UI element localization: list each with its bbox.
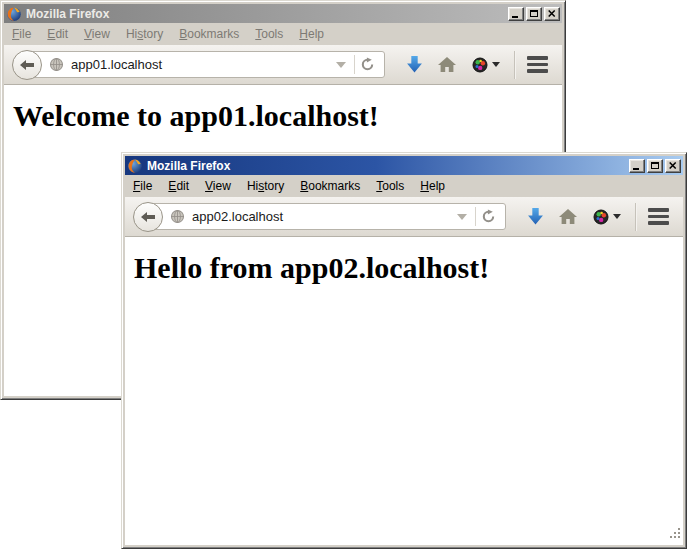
window-title: Mozilla Firefox	[26, 7, 508, 21]
page-heading: Hello from app02.localhost!	[134, 251, 683, 285]
firefox-window-app02: Mozilla Firefox File Edit View History B…	[121, 152, 687, 549]
addon-dropdown-caret	[613, 214, 621, 219]
menu-tools[interactable]: Tools	[369, 177, 411, 195]
menu-bookmarks[interactable]: Bookmarks	[172, 25, 246, 43]
maximize-icon	[530, 10, 538, 17]
menu-file[interactable]: File	[5, 25, 38, 43]
navigation-toolbar: app01.localhost	[4, 45, 562, 85]
toolbar-separator	[635, 203, 636, 231]
titlebar[interactable]: Mozilla Firefox	[125, 156, 683, 175]
window-title: Mozilla Firefox	[147, 159, 629, 173]
home-icon[interactable]	[559, 209, 577, 224]
app-menu-button[interactable]	[523, 54, 552, 75]
menu-history[interactable]: History	[119, 25, 170, 43]
page-viewport: Hello from app02.localhost!	[125, 237, 683, 545]
url-text[interactable]: app02.localhost	[192, 209, 453, 224]
toolbar-separator	[514, 51, 515, 79]
url-dropdown-icon[interactable]	[457, 214, 467, 220]
back-arrow-icon	[140, 211, 156, 223]
back-button[interactable]	[12, 50, 42, 80]
maximize-button[interactable]	[526, 7, 542, 21]
minimize-icon	[512, 16, 518, 18]
site-identity-globe-icon[interactable]	[170, 209, 185, 224]
menu-bar: File Edit View History Bookmarks Tools H…	[4, 23, 562, 45]
back-arrow-icon	[19, 59, 35, 71]
reload-icon[interactable]	[355, 57, 380, 72]
url-bar[interactable]: app02.localhost	[149, 203, 506, 230]
reload-icon[interactable]	[476, 209, 501, 224]
navigation-toolbar: app02.localhost	[125, 197, 683, 237]
menu-view[interactable]: View	[77, 25, 117, 43]
minimize-button[interactable]	[629, 159, 645, 173]
addon-color-wheel-icon[interactable]	[472, 57, 500, 73]
app-menu-button[interactable]	[644, 206, 673, 227]
maximize-icon	[651, 162, 659, 169]
firefox-icon[interactable]	[127, 158, 143, 174]
site-identity-globe-icon[interactable]	[49, 57, 64, 72]
addon-dropdown-caret	[492, 62, 500, 67]
close-icon	[548, 10, 556, 17]
close-button[interactable]	[544, 7, 560, 21]
menu-bookmarks[interactable]: Bookmarks	[293, 177, 367, 195]
menu-history[interactable]: History	[240, 177, 291, 195]
menu-file[interactable]: File	[126, 177, 159, 195]
menu-view[interactable]: View	[198, 177, 238, 195]
menu-edit[interactable]: Edit	[40, 25, 75, 43]
maximize-button[interactable]	[647, 159, 663, 173]
url-text[interactable]: app01.localhost	[71, 57, 332, 72]
minimize-icon	[633, 168, 639, 170]
downloads-icon[interactable]	[528, 208, 543, 225]
page-heading: Welcome to app01.localhost!	[13, 99, 562, 133]
url-dropdown-icon[interactable]	[336, 62, 346, 68]
menu-edit[interactable]: Edit	[161, 177, 196, 195]
addon-color-wheel-icon[interactable]	[593, 209, 621, 225]
menu-help[interactable]: Help	[413, 177, 452, 195]
url-bar[interactable]: app01.localhost	[28, 51, 385, 78]
firefox-icon[interactable]	[6, 6, 22, 22]
minimize-button[interactable]	[508, 7, 524, 21]
resize-grip[interactable]	[669, 526, 682, 544]
menu-bar: File Edit View History Bookmarks Tools H…	[125, 175, 683, 197]
home-icon[interactable]	[438, 57, 456, 72]
close-icon	[669, 162, 677, 169]
downloads-icon[interactable]	[407, 56, 422, 73]
back-button[interactable]	[133, 202, 163, 232]
titlebar[interactable]: Mozilla Firefox	[4, 4, 562, 23]
menu-tools[interactable]: Tools	[248, 25, 290, 43]
close-button[interactable]	[665, 159, 681, 173]
menu-help[interactable]: Help	[292, 25, 331, 43]
